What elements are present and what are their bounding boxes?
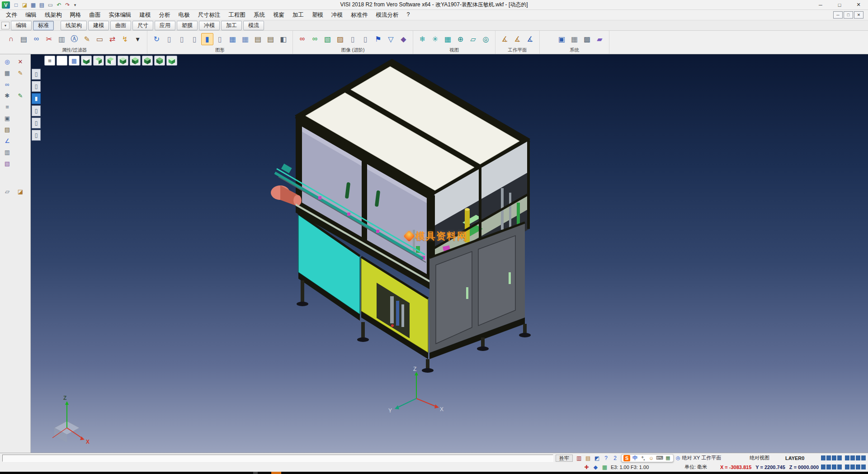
status-layers-icon[interactable]: ◩	[593, 455, 601, 462]
layer-pill-icon-3[interactable]: ▯	[189, 33, 201, 45]
tab-2[interactable]: 线架构	[61, 21, 87, 30]
clipboard-slot-icon-1[interactable]: ▯	[32, 69, 41, 80]
grid-box-icon-2[interactable]: ▦	[239, 33, 251, 45]
menu-item-18[interactable]: ?	[403, 10, 414, 20]
ime-lang-icon[interactable]: 中	[632, 455, 638, 461]
measure-icon[interactable]: ∠	[1, 136, 13, 146]
open-folder-icon[interactable]: ◪	[20, 1, 29, 9]
menu-item-16[interactable]: 标准件	[347, 10, 372, 20]
tab-3[interactable]: 建模	[88, 21, 109, 30]
close-button[interactable]: ✕	[849, 0, 868, 9]
status-gem-icon[interactable]: ◆	[592, 464, 599, 471]
print-icon[interactable]: ▭	[46, 1, 55, 9]
status-clip-icon[interactable]: ▤	[584, 455, 592, 462]
view-fan-icon[interactable]: ✳	[429, 33, 441, 45]
annotate-icon[interactable]: ✎	[14, 90, 26, 100]
menu-item-0[interactable]: 文件	[2, 10, 21, 20]
layer-pill-icon-4[interactable]: ▯	[214, 33, 226, 45]
tab-1[interactable]: 标准	[33, 21, 54, 30]
view-zoom-icon[interactable]: ⊕	[454, 33, 467, 45]
clipboard-slot-icon-2[interactable]: ▯	[32, 81, 41, 92]
view-cube-front-icon[interactable]	[93, 56, 104, 66]
archive-icon-1[interactable]: ▤	[252, 33, 264, 45]
view-cube-back-icon[interactable]	[142, 56, 153, 66]
doc-palette-icon[interactable]: ◪	[14, 186, 26, 196]
gray-grid-icon[interactable]: ▦	[568, 33, 580, 45]
menu-item-3[interactable]: 网格	[66, 10, 85, 20]
menu-item-1[interactable]: 编辑	[21, 10, 41, 20]
snapshot-icon[interactable]: ◧	[277, 33, 289, 45]
cut-attributes-icon[interactable]: ✂	[43, 33, 55, 45]
duplicate-icon[interactable]: ▤	[1, 124, 13, 134]
view-cube-left-icon[interactable]	[130, 56, 141, 66]
stereo-glasses-icon-2[interactable]: ∞	[309, 33, 321, 45]
tab-7[interactable]: 塑膜	[177, 21, 198, 30]
new-document-icon[interactable]: □	[12, 1, 20, 9]
view-plane-icon[interactable]: ▱	[467, 33, 479, 45]
tab-5[interactable]: 尺寸	[132, 21, 153, 30]
view-cube-top-icon[interactable]	[81, 56, 92, 66]
layer-pill-icon-1[interactable]: ▯	[163, 33, 175, 45]
tab-4[interactable]: 曲面	[110, 21, 131, 30]
menu-item-13[interactable]: 加工	[288, 10, 308, 20]
funnel-icon[interactable]: ▽	[385, 33, 397, 45]
stamp-icon[interactable]: ▣	[1, 113, 13, 123]
layer-pill-icon-2[interactable]: ▯	[176, 33, 188, 45]
pen-attribute-icon[interactable]: ✎	[81, 33, 93, 45]
color-grid-icon[interactable]	[543, 33, 555, 45]
shading-icon-2[interactable]: ▨	[334, 33, 346, 45]
tab-9[interactable]: 加工	[221, 21, 242, 30]
tab-caret-button[interactable]: ▾	[1, 22, 9, 29]
view-blank-icon[interactable]	[57, 56, 67, 66]
clipboard-slot-icon-6[interactable]: ▯	[32, 130, 41, 141]
menu-item-17[interactable]: 模流分析	[372, 10, 403, 20]
workplane-compass-icon-2[interactable]: ∡	[511, 33, 524, 45]
tab-8[interactable]: 冲模	[199, 21, 220, 30]
view-refresh-icon[interactable]: ❄	[416, 33, 429, 45]
window-select-icon[interactable]: ▦	[1, 68, 13, 78]
flag-icon[interactable]: ⚑	[372, 33, 384, 45]
maximize-button[interactable]: □	[830, 0, 849, 9]
view-wire-icon[interactable]: ▦	[69, 56, 80, 66]
monitor-icon[interactable]: ▣	[556, 33, 568, 45]
ime-emoji-icon[interactable]: ☺	[648, 455, 655, 461]
grid-edit-icon[interactable]: ▥	[1, 147, 13, 157]
tab-0[interactable]: 编辑	[11, 21, 32, 30]
matrix-icon[interactable]: ▩	[581, 33, 593, 45]
tab-6[interactable]: 应用	[155, 21, 175, 30]
chain-icon[interactable]: ∞	[1, 79, 13, 89]
workplane-compass-icon-3[interactable]: ∡	[524, 33, 536, 45]
render-pill-icon-2[interactable]: ▯	[359, 33, 372, 45]
layer-pill-active-icon[interactable]: ▮	[201, 33, 213, 45]
view-cube-dynamic-icon[interactable]	[166, 56, 177, 66]
lightning-icon[interactable]: ↯	[119, 33, 131, 45]
status-attrib-icon[interactable]: ▥	[575, 455, 583, 462]
menu-item-2[interactable]: 线架构	[41, 10, 66, 20]
edit-pencil-icon[interactable]: ✎	[14, 68, 26, 78]
menu-item-11[interactable]: 系统	[250, 10, 269, 20]
menu-item-12[interactable]: 视窗	[269, 10, 288, 20]
status-two-icon[interactable]: 2	[611, 455, 619, 462]
eraser-icon[interactable]: ▭	[94, 33, 106, 45]
save-icon[interactable]: ▦	[29, 1, 38, 9]
view-cube-bottom-icon[interactable]	[154, 56, 165, 66]
menu-item-14[interactable]: 塑模	[308, 10, 327, 20]
view-cube-iso-icon[interactable]	[118, 56, 128, 66]
menu-item-6[interactable]: 建模	[136, 10, 155, 20]
pick-icon[interactable]: ◎	[1, 57, 13, 66]
menu-item-15[interactable]: 冲模	[327, 10, 347, 20]
cube-render-icon[interactable]: ◆	[397, 33, 410, 45]
view-target-icon[interactable]: ◎	[480, 33, 492, 45]
menu-item-9[interactable]: 尺寸标注	[194, 10, 225, 20]
mdi-close-button[interactable]: ✕	[854, 11, 863, 19]
mdi-restore-button[interactable]: □	[844, 11, 853, 19]
text-attribute-icon[interactable]: Ⓐ	[68, 33, 80, 45]
menu-item-7[interactable]: 分析	[155, 10, 175, 20]
grid-box-icon-1[interactable]: ▦	[226, 33, 239, 45]
archive-icon-2[interactable]: ▤	[264, 33, 277, 45]
mdi-minimize-button[interactable]: ─	[833, 11, 843, 19]
shading-icon-1[interactable]: ▧	[321, 33, 334, 45]
clipboard-slot-icon-5[interactable]: ▯	[32, 118, 41, 128]
status-message-field[interactable]	[2, 455, 553, 462]
plane-edit-icon[interactable]: ▱	[1, 186, 13, 196]
